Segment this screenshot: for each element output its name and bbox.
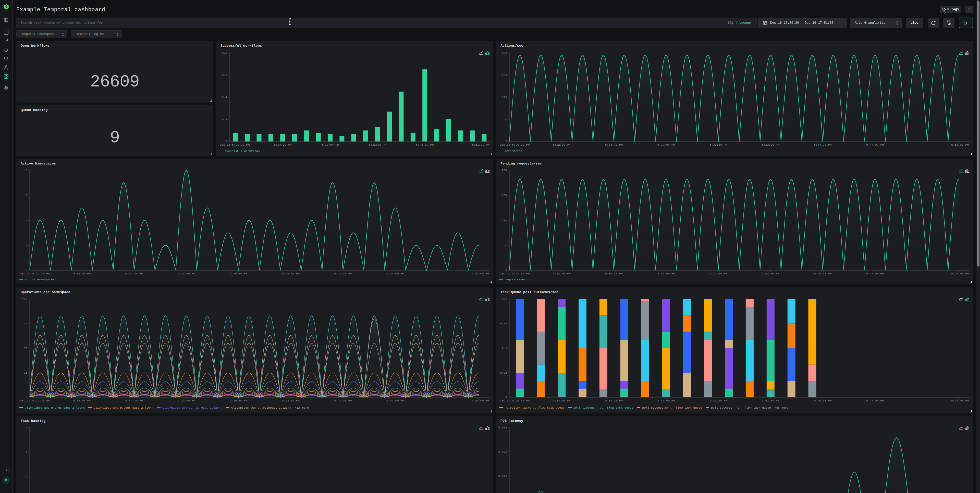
svg-text:0.2: 0.2 [222,118,227,121]
svg-text:25: 25 [24,371,27,374]
svg-text:5:44:30 PM: 5:44:30 PM [814,272,832,275]
svg-text:0.1: 0.1 [502,347,507,350]
svg-text:0: 0 [505,139,507,142]
svg-text:0.2: 0.2 [502,297,507,301]
svg-text:0: 0 [505,268,507,272]
svg-text:2: 2 [25,476,27,479]
svg-text:5:42:00 PM: 5:42:00 PM [369,143,387,146]
svg-text:Dec 16 5:29:30 PM: Dec 16 5:29:30 PM [500,399,530,402]
svg-text:5:34:00 PM: 5:34:00 PM [274,143,291,146]
svg-text:5:37:00 PM: 5:37:00 PM [657,399,675,402]
svg-text:4: 4 [25,426,27,429]
svg-text:Dec 16 5:29:30 PM: Dec 16 5:29:30 PM [500,272,530,275]
svg-text:5:42:00 PM: 5:42:00 PM [282,399,300,402]
svg-text:5:34:30 PM: 5:34:30 PM [125,399,143,402]
svg-text:Dec 16 5:29:30 PM: Dec 16 5:29:30 PM [220,143,250,146]
svg-text:0.05: 0.05 [500,371,507,374]
svg-text:5:42:00 PM: 5:42:00 PM [762,143,780,146]
svg-text:0.019: 0.019 [498,474,507,478]
svg-text:0: 0 [25,395,27,399]
svg-text:5:44:30 PM: 5:44:30 PM [334,272,352,275]
svg-text:Dec 16 5:29:30 PM: Dec 16 5:29:30 PM [20,272,50,275]
svg-text:0.038: 0.038 [498,426,507,429]
svg-text:5:32:00 PM: 5:32:00 PM [73,272,91,275]
svg-text:50: 50 [504,118,507,121]
svg-text:5:51:00 PM: 5:51:00 PM [471,272,489,275]
svg-text:20K: 20K [502,169,507,172]
svg-text:5:37:00 PM: 5:37:00 PM [177,399,195,402]
svg-text:5:34:30 PM: 5:34:30 PM [605,399,623,402]
svg-text:5:47:00 PM: 5:47:00 PM [866,143,884,146]
svg-text:5:44:30 PM: 5:44:30 PM [814,143,832,146]
svg-text:5:47:00 PM: 5:47:00 PM [387,272,404,275]
svg-text:6: 6 [25,193,27,197]
svg-text:200: 200 [502,51,507,55]
svg-text:5:42:00 PM: 5:42:00 PM [762,272,780,275]
svg-text:5:47:00 PM: 5:47:00 PM [866,399,884,402]
svg-text:0.15: 0.15 [500,322,507,325]
svg-text:0: 0 [25,268,27,272]
svg-text:5K: 5K [504,244,507,247]
svg-text:5:32:00 PM: 5:32:00 PM [553,272,570,275]
svg-text:100: 100 [502,96,507,99]
svg-text:5:51:00 PM: 5:51:00 PM [472,143,490,146]
svg-text:5:51:00 PM: 5:51:00 PM [951,143,969,146]
svg-text:0.029: 0.029 [498,450,507,453]
svg-text:5:39:30 PM: 5:39:30 PM [710,272,727,275]
svg-text:5:44:30 PM: 5:44:30 PM [814,399,832,402]
svg-text:5:32:00 PM: 5:32:00 PM [73,399,91,402]
svg-text:5:51:00 PM: 5:51:00 PM [951,272,969,275]
svg-text:5:46:00 PM: 5:46:00 PM [416,143,434,146]
svg-text:5:37:00 PM: 5:37:00 PM [177,272,195,275]
svg-text:5:51:00 PM: 5:51:00 PM [951,399,969,402]
svg-text:10K: 10K [502,219,507,222]
svg-text:75: 75 [24,322,27,325]
svg-text:0.4: 0.4 [222,96,227,99]
svg-text:5:34:30 PM: 5:34:30 PM [605,272,623,275]
svg-text:5:39:30 PM: 5:39:30 PM [230,272,247,275]
svg-text:5:37:00 PM: 5:37:00 PM [657,143,675,146]
svg-text:5:51:00 PM: 5:51:00 PM [471,399,489,402]
svg-text:Dec 16 5:29:30 PM: Dec 16 5:29:30 PM [500,143,530,146]
svg-text:5:34:30 PM: 5:34:30 PM [125,272,143,275]
svg-text:5:47:00 PM: 5:47:00 PM [387,399,404,402]
svg-text:50: 50 [24,347,27,350]
svg-text:5:32:00 PM: 5:32:00 PM [553,399,570,402]
svg-text:2: 2 [25,244,27,247]
svg-text:5:32:00 PM: 5:32:00 PM [553,143,570,146]
svg-text:0: 0 [225,139,227,142]
svg-text:5:47:00 PM: 5:47:00 PM [866,272,884,275]
svg-text:5:39:30 PM: 5:39:30 PM [230,399,247,402]
svg-text:0.6: 0.6 [222,73,227,77]
svg-text:4: 4 [25,219,27,222]
svg-text:5:42:00 PM: 5:42:00 PM [282,272,300,275]
svg-text:5:42:00 PM: 5:42:00 PM [762,399,780,402]
svg-text:3: 3 [25,451,27,454]
svg-text:5:38:00 PM: 5:38:00 PM [321,143,339,146]
svg-text:8: 8 [25,169,27,172]
svg-text:15K: 15K [502,193,507,197]
svg-text:0.8: 0.8 [222,51,227,55]
svg-text:5:44:30 PM: 5:44:30 PM [334,399,352,402]
svg-text:150: 150 [502,73,507,77]
svg-text:5:34:30 PM: 5:34:30 PM [605,143,623,146]
svg-text:5:37:00 PM: 5:37:00 PM [657,272,675,275]
svg-text:0: 0 [505,395,507,399]
svg-text:5:39:30 PM: 5:39:30 PM [710,143,727,146]
svg-text:100: 100 [22,297,27,301]
svg-text:5:39:30 PM: 5:39:30 PM [710,399,727,402]
svg-text:Dec 16 5:29:30 PM: Dec 16 5:29:30 PM [20,399,50,402]
